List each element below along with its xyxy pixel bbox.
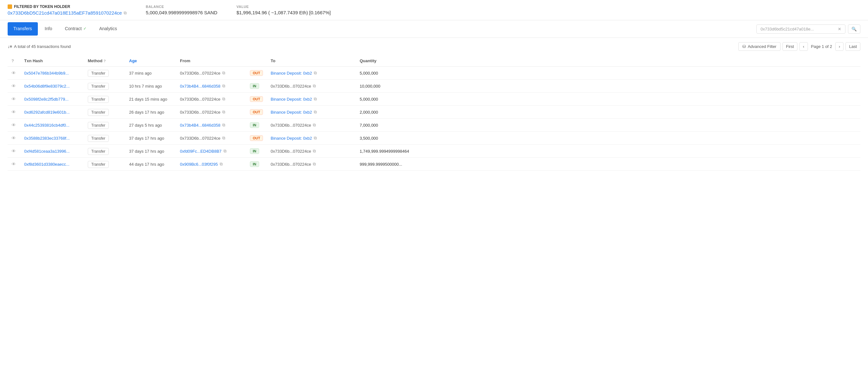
copy-from-icon[interactable]: ⧉ [223, 148, 226, 154]
from-address-link[interactable]: 0x909Bc6...03f0f295 [180, 162, 218, 167]
txn-hash-link[interactable]: 0x3588b2383ec33768f... [24, 136, 70, 141]
row-eye-icon[interactable]: 👁 [11, 109, 16, 115]
age-text: 27 days 5 hrs ago [129, 123, 162, 128]
quantity-value: 999,999.9999500000... [360, 162, 402, 167]
prev-page-button[interactable]: ‹ [799, 42, 808, 51]
table-row: 👁0x54b06d8f9e83079c2...Transfer10 hrs 7 … [8, 80, 860, 93]
from-cell: 0x733D6b...070224ce ⧉ [180, 70, 242, 75]
copy-from-icon[interactable]: ⧉ [222, 136, 225, 141]
to-cell: 0x733D6b...070224ce ⧉ [271, 148, 352, 154]
copy-to-icon[interactable]: ⧉ [313, 148, 316, 154]
copy-from-icon[interactable]: ⧉ [222, 122, 225, 128]
search-bar: 0x733d6bd5c21cd47a018e... ✕ 🔍 [756, 25, 860, 34]
col-header-to: To [267, 55, 356, 67]
tabs-left: Transfers Info Contract ✓ Analytics [8, 20, 123, 37]
age-text: 44 days 17 hrs ago [129, 162, 164, 167]
copy-to-icon[interactable]: ⧉ [313, 122, 316, 128]
copy-to-icon[interactable]: ⧉ [313, 162, 316, 167]
col-header-qty: Quantity [356, 55, 860, 67]
row-eye-icon[interactable]: 👁 [11, 97, 16, 102]
copy-address-icon[interactable]: ⧉ [124, 10, 127, 15]
row-eye-icon[interactable]: 👁 [11, 162, 16, 167]
method-badge: Transfer [88, 83, 109, 90]
txn-hash-link[interactable]: 0x5047e786b344b9b9... [24, 71, 69, 75]
to-address-link[interactable]: Binance Deposit: 0xb2 [271, 110, 312, 115]
direction-badge: OUT [250, 70, 263, 76]
copy-to-icon[interactable]: ⧉ [313, 83, 316, 89]
to-address: 0x733D6b...070224ce [271, 162, 311, 167]
to-cell: Binance Deposit: 0xb2 ⧉ [271, 109, 352, 115]
txn-hash-link[interactable]: 0xd6292afcd819e601b... [24, 110, 70, 115]
quantity-value: 2,000,000 [360, 110, 378, 115]
from-address-link[interactable]: 0x73b4B4...6846d358 [180, 84, 220, 89]
copy-to-icon[interactable]: ⧉ [314, 97, 317, 102]
txn-hash-link[interactable]: 0x5098f2e8c2f5db779... [24, 97, 69, 102]
to-address-link[interactable]: Binance Deposit: 0xb2 [271, 97, 312, 102]
row-eye-icon[interactable]: 👁 [11, 70, 16, 75]
tab-info[interactable]: Info [39, 22, 58, 36]
method-badge: Transfer [88, 122, 109, 129]
copy-from-icon[interactable]: ⧉ [222, 97, 225, 102]
method-badge: Transfer [88, 161, 109, 168]
copy-from-icon[interactable]: ⧉ [222, 83, 225, 89]
top-banner: FILTERED BY TOKEN HOLDER 0x733D6bD5C21cd… [0, 0, 868, 20]
direction-badge: OUT [250, 96, 263, 102]
tab-analytics[interactable]: Analytics [93, 22, 123, 36]
row-eye-icon[interactable]: 👁 [11, 148, 16, 154]
from-address-link[interactable]: 0x73b4B4...6846d358 [180, 123, 220, 128]
search-clear-icon[interactable]: ✕ [838, 27, 841, 31]
quantity-value: 7,000,000 [360, 123, 378, 128]
to-cell: 0x733D6b...070224ce ⧉ [271, 162, 352, 167]
copy-from-icon[interactable]: ⧉ [220, 162, 223, 167]
col-header-age: Age [125, 55, 176, 67]
txn-hash-link[interactable]: 0xf8d3601d3380eaecc... [24, 162, 69, 167]
row-eye-icon[interactable]: 👁 [11, 122, 16, 128]
table-row: 👁0xd6292afcd819e601b...Transfer26 days 1… [8, 106, 860, 119]
txn-hash-link[interactable]: 0x54b06d8f9e83079c2... [24, 84, 70, 89]
quantity-value: 5,000,000 [360, 71, 378, 75]
to-cell: Binance Deposit: 0xb2 ⧉ [271, 136, 352, 141]
to-address: 0x733D6b...070224ce [271, 123, 311, 128]
value-section: VALUE $1,996,194.96 ( ~1,087.7439 Eth) [… [237, 5, 331, 15]
tab-transfers[interactable]: Transfers [8, 22, 38, 36]
copy-from-icon[interactable]: ⧉ [222, 70, 225, 75]
direction-badge: IN [250, 122, 259, 128]
age-text: 21 days 15 mins ago [129, 97, 167, 102]
to-cell: Binance Deposit: 0xb2 ⧉ [271, 97, 352, 102]
to-address-link[interactable]: Binance Deposit: 0xb2 [271, 71, 312, 75]
quantity-value: 1,749,999.9994999998464 [360, 149, 409, 154]
search-button[interactable]: 🔍 [848, 25, 860, 34]
from-address-link[interactable]: 0xfd09Fc...ED4DB8B7 [180, 149, 222, 154]
filter-funnel-icon: ⛁ [742, 44, 746, 49]
balance-section: BALANCE 5,000,049.9989999998976 SAND [146, 5, 217, 15]
last-page-button[interactable]: Last [845, 42, 860, 51]
advanced-filter-button[interactable]: ⛁ Advanced Filter [738, 42, 781, 51]
verified-icon: ✓ [83, 26, 87, 31]
row-eye-icon[interactable]: 👁 [11, 136, 16, 141]
from-cell: 0x733D6b...070224ce ⧉ [180, 97, 242, 102]
direction-badge: OUT [250, 109, 263, 115]
method-badge: Transfer [88, 109, 109, 116]
first-page-button[interactable]: First [782, 42, 798, 51]
col-header-method: Method ? [84, 55, 125, 67]
copy-to-icon[interactable]: ⧉ [314, 136, 317, 141]
from-cell: 0x73b4B4...6846d358 ⧉ [180, 122, 242, 128]
tab-contract[interactable]: Contract ✓ [59, 22, 92, 36]
method-help-icon[interactable]: ? [104, 59, 106, 63]
next-page-button[interactable]: › [835, 42, 843, 51]
to-address-link[interactable]: Binance Deposit: 0xb2 [271, 136, 312, 141]
txn-hash-link[interactable]: 0x44c25393816cb4df0... [24, 123, 69, 128]
to-address: 0x733D6b...070224ce [271, 84, 311, 89]
age-text: 10 hrs 7 mins ago [129, 84, 162, 89]
txn-hash-link[interactable]: 0xf4d581ceaa3a13996... [24, 149, 70, 154]
page-info: Page 1 of 2 [810, 44, 834, 49]
table-row: 👁0xf8d3601d3380eaecc...Transfer44 days 1… [8, 158, 860, 171]
method-badge: Transfer [88, 96, 109, 103]
from-address: 0x733D6b...070224ce [180, 136, 220, 141]
row-eye-icon[interactable]: 👁 [11, 83, 16, 89]
copy-to-icon[interactable]: ⧉ [314, 109, 317, 115]
age-text: 37 mins ago [129, 71, 152, 75]
copy-to-icon[interactable]: ⧉ [314, 70, 317, 75]
search-box: 0x733d6bd5c21cd47a018e... ✕ [756, 25, 845, 34]
copy-from-icon[interactable]: ⧉ [222, 109, 225, 115]
